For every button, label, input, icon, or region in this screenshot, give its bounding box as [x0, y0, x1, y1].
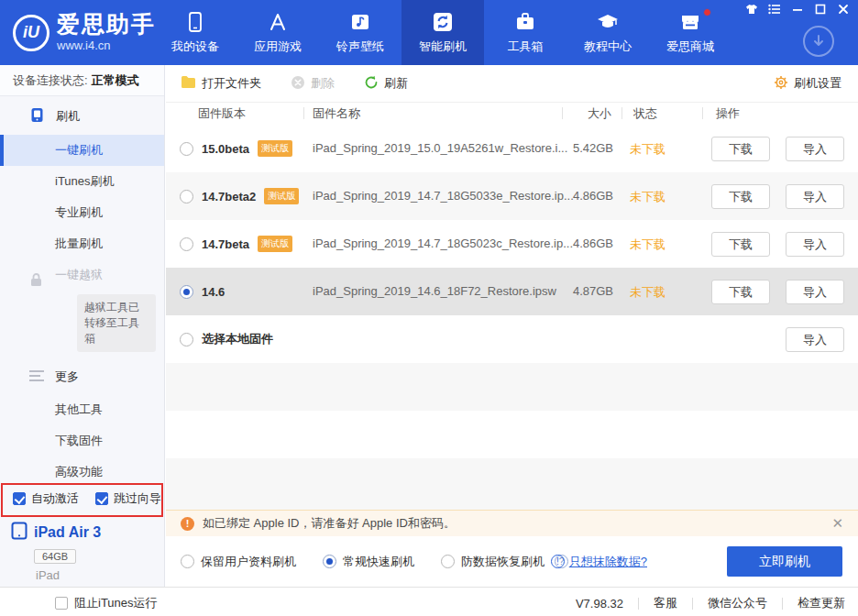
firmware-radio[interactable]: [180, 333, 193, 346]
nav-label: 智能刷机: [419, 38, 467, 55]
app-title: 爱思助手: [57, 13, 156, 36]
firmware-version: 14.6: [202, 285, 225, 299]
sidebar-item-itunes-flash[interactable]: iTunes刷机: [0, 166, 164, 197]
phone-icon: [183, 10, 207, 34]
skip-setup-checkbox[interactable]: 跳过向导: [95, 490, 161, 507]
sidebar-item-download-firmware[interactable]: 下载固件: [0, 425, 164, 456]
delete-label: 删除: [311, 75, 335, 92]
nav-label: 教程中心: [584, 38, 632, 55]
sidebar-item-one-click-flash[interactable]: 一键刷机: [0, 135, 164, 166]
beta-badge: 测试版: [258, 236, 292, 252]
firmware-filename: iPad_Spring_2019_15.0_19A5261w_Restore.i…: [313, 141, 567, 155]
sidebar-section-label: 更多: [55, 368, 79, 385]
flash-now-button[interactable]: 立即刷机: [727, 546, 842, 577]
sidebar-item-label: 一键刷机: [55, 143, 103, 157]
sidebar-item-label: 高级功能: [55, 465, 103, 478]
firmware-radio[interactable]: [180, 237, 193, 251]
jailbreak-moved-note: 越狱工具已转移至工具箱: [77, 294, 156, 352]
sidebar-item-batch-flash[interactable]: 批量刷机: [0, 228, 164, 259]
firmware-status: 未下载: [630, 236, 666, 253]
refresh-button[interactable]: 刷新: [364, 75, 408, 93]
sidebar-item-label: 一键越狱: [55, 268, 103, 281]
info-icon: !: [551, 555, 565, 568]
erase-data-link[interactable]: ! 只想抹除数据?: [551, 554, 647, 570]
firmware-filename: iPad_Spring_2019_14.7_18G5033e_Restore.i…: [313, 189, 574, 203]
support-link[interactable]: 客服: [654, 595, 677, 611]
radio-icon: [441, 555, 455, 568]
auto-activate-checkbox[interactable]: 自动激活: [13, 490, 79, 507]
nav-label: 我的设备: [171, 38, 219, 55]
sidebar-item-label: 下载固件: [55, 434, 103, 447]
gear-icon: [774, 75, 788, 93]
nav-tutorials[interactable]: 教程中心: [566, 0, 649, 65]
firmware-row-selected: 14.6 iPad_Spring_2019_14.6_18F72_Restore…: [166, 268, 858, 315]
download-button[interactable]: 下载: [711, 280, 770, 304]
firmware-filename: iPad_Spring_2019_14.6_18F72_Restore.ipsw: [313, 284, 556, 298]
firmware-radio-selected[interactable]: [180, 285, 193, 299]
firmware-size: 5.42GB: [544, 141, 613, 155]
notice-close-icon[interactable]: ✕: [831, 515, 843, 532]
firmware-row-local: 选择本地固件 导入: [166, 315, 858, 363]
download-button[interactable]: 下载: [711, 232, 770, 257]
sidebar-item-pro-flash[interactable]: 专业刷机: [0, 197, 164, 228]
store-notification-dot: [703, 8, 711, 16]
connection-status-label: 设备连接状态:: [13, 72, 88, 89]
normal-fast-flash-radio[interactable]: 常规快速刷机: [323, 554, 414, 570]
import-button[interactable]: 导入: [786, 232, 844, 257]
skin-icon[interactable]: [744, 3, 759, 16]
maximize-icon[interactable]: [813, 3, 828, 16]
beta-badge: 测试版: [264, 188, 299, 204]
firmware-radio[interactable]: [180, 190, 193, 204]
option-label: 常规快速刷机: [343, 554, 414, 570]
radio-selected-icon: [323, 555, 336, 568]
smart-flash-icon: [431, 10, 455, 34]
refresh-label: 刷新: [384, 75, 408, 92]
col-version: 固件版本: [198, 105, 246, 122]
sidebar-item-other-tools[interactable]: 其他工具: [0, 394, 164, 425]
apple-id-notice: ! 如已绑定 Apple ID，请准备好 Apple ID和密码。 ✕: [166, 510, 858, 536]
firmware-version: 14.7beta2: [202, 190, 256, 204]
nav-label: 铃声壁纸: [336, 38, 384, 55]
notice-text: 如已绑定 Apple ID，请准备好 Apple ID和密码。: [203, 515, 456, 532]
download-button[interactable]: 下载: [711, 137, 770, 161]
checkbox-checked-icon: [13, 492, 26, 505]
nav-smart-flash[interactable]: 智能刷机: [402, 0, 484, 65]
check-update-link[interactable]: 检查更新: [798, 595, 845, 611]
col-status: 状态: [633, 105, 657, 122]
block-itunes-checkbox[interactable]: 阻止iTunes运行: [55, 595, 158, 611]
app-header: iU 爱思助手 www.i4.cn 我的设备 应用游戏 铃声壁纸: [0, 0, 858, 65]
import-button[interactable]: 导入: [786, 280, 844, 304]
nav-store[interactable]: 爱思商城: [649, 0, 732, 65]
nav-my-device[interactable]: 我的设备: [154, 0, 236, 65]
firmware-version: 15.0beta: [202, 142, 249, 156]
connection-status: 设备连接状态: 正常模式: [0, 65, 164, 96]
import-button[interactable]: 导入: [786, 184, 844, 209]
menu-icon[interactable]: [767, 3, 782, 16]
download-manager-button[interactable]: [803, 26, 834, 57]
open-folder-button[interactable]: 打开文件夹: [181, 75, 261, 92]
sidebar-item-label: 批量刷机: [55, 236, 103, 250]
nav-ringtones[interactable]: 铃声壁纸: [319, 0, 402, 65]
firmware-size: 4.86GB: [544, 189, 613, 203]
wechat-link[interactable]: 微信公众号: [708, 595, 767, 611]
keep-data-flash-radio[interactable]: 保留用户资料刷机: [181, 554, 296, 570]
flash-settings-label: 刷机设置: [794, 75, 842, 92]
nav-toolbox[interactable]: 工具箱: [484, 0, 566, 65]
minimize-icon[interactable]: [790, 3, 805, 16]
nav-apps-games[interactable]: 应用游戏: [236, 0, 319, 65]
open-folder-label: 打开文件夹: [202, 75, 261, 92]
import-button[interactable]: 导入: [786, 137, 844, 161]
anti-recovery-flash-radio[interactable]: 防数据恢复刷机 ?: [441, 554, 568, 570]
sidebar-item-label: 其他工具: [55, 402, 103, 416]
flash-settings-button[interactable]: 刷机设置: [774, 75, 842, 93]
firmware-radio[interactable]: [180, 142, 193, 156]
erase-link-text: 只想抹除数据?: [569, 554, 647, 570]
download-button[interactable]: 下载: [711, 184, 770, 209]
sidebar-item-label: iTunes刷机: [55, 174, 115, 188]
refresh-icon: [364, 75, 379, 93]
close-icon[interactable]: [836, 3, 851, 16]
firmware-status: 未下载: [630, 189, 666, 205]
import-button[interactable]: 导入: [786, 327, 844, 352]
app-logo: iU 爱思助手 www.i4.cn: [13, 13, 156, 52]
tablet-icon: [11, 522, 28, 544]
